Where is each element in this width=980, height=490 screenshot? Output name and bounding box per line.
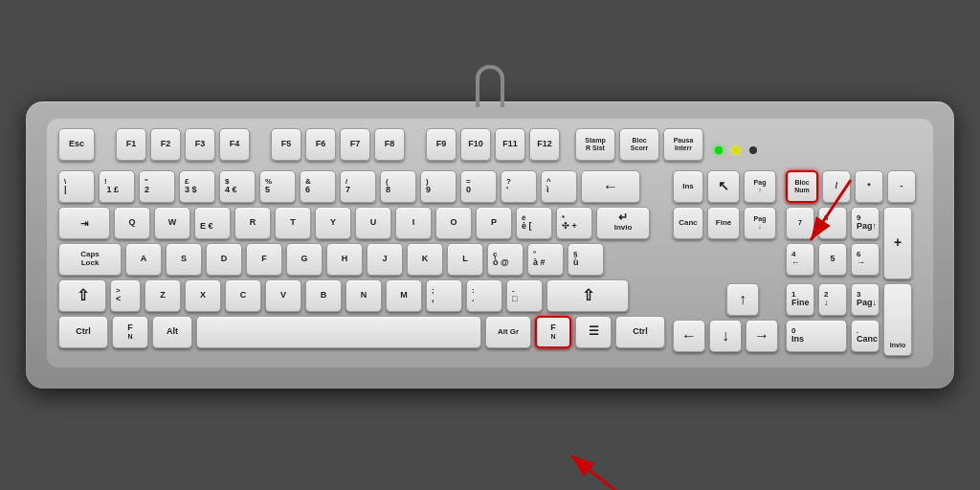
- key-s[interactable]: S: [166, 243, 202, 276]
- key-4[interactable]: $4 €: [219, 170, 256, 203]
- key-f2[interactable]: F2: [150, 128, 181, 161]
- key-f6[interactable]: F6: [305, 128, 336, 161]
- key-f8[interactable]: F8: [374, 128, 405, 161]
- key-0[interactable]: =0: [460, 170, 497, 203]
- key-r[interactable]: R: [234, 207, 271, 239]
- key-arrow-down[interactable]: ↓: [709, 320, 742, 352]
- key-q[interactable]: Q: [114, 207, 150, 239]
- key-2[interactable]: "2: [139, 170, 175, 203]
- key-v[interactable]: V: [265, 279, 301, 312]
- key-f9[interactable]: F9: [426, 128, 457, 161]
- key-numpad-star[interactable]: *: [855, 170, 883, 203]
- key-1[interactable]: ! 1 £: [99, 170, 135, 203]
- key-9[interactable]: )9: [420, 170, 457, 203]
- key-backtick[interactable]: \|: [58, 170, 95, 203]
- key-f[interactable]: F: [246, 243, 282, 276]
- key-numdot[interactable]: .Canc: [851, 320, 880, 352]
- key-alt-left[interactable]: Alt: [152, 316, 192, 348]
- key-apos[interactable]: ?': [501, 170, 537, 203]
- key-arrow-right[interactable]: →: [746, 320, 778, 352]
- key-5[interactable]: %5: [259, 170, 296, 203]
- key-p[interactable]: P: [476, 207, 512, 239]
- key-pgdn[interactable]: Pag↓: [744, 207, 776, 239]
- key-u[interactable]: U: [355, 207, 391, 239]
- key-num1[interactable]: 1Fine: [786, 283, 814, 316]
- key-numpad-invio[interactable]: Invio: [883, 283, 912, 356]
- key-comma[interactable]: ;,: [426, 279, 462, 312]
- key-bloc-scorr[interactable]: Bloc Scorr: [619, 128, 659, 161]
- key-numpad-slash[interactable]: /: [822, 170, 851, 203]
- key-ctrl-right[interactable]: Ctrl: [615, 316, 665, 348]
- key-semicolon[interactable]: çò @: [487, 243, 523, 276]
- key-bloc-num[interactable]: BlocNum: [786, 170, 818, 203]
- key-numpad-minus[interactable]: -: [887, 170, 916, 203]
- key-d[interactable]: D: [206, 243, 242, 276]
- key-space[interactable]: [196, 316, 481, 348]
- key-num3[interactable]: 3Pag↓: [851, 283, 880, 316]
- key-e[interactable]: E €: [194, 207, 231, 239]
- key-arrow-up[interactable]: ↑: [726, 283, 759, 316]
- key-bracket-open[interactable]: éè [: [516, 207, 552, 239]
- key-angle[interactable]: ><: [110, 279, 141, 312]
- key-8[interactable]: (8: [380, 170, 416, 203]
- key-fn-right[interactable]: FN: [535, 316, 571, 348]
- key-slash[interactable]: -□: [506, 279, 543, 312]
- key-num7[interactable]: 7: [786, 207, 814, 239]
- key-j[interactable]: J: [367, 243, 403, 276]
- key-6[interactable]: &6: [300, 170, 336, 203]
- key-home[interactable]: ↖: [707, 170, 740, 203]
- key-quote[interactable]: °à #: [527, 243, 564, 276]
- key-ctrl-left[interactable]: Ctrl: [58, 316, 108, 348]
- key-f10[interactable]: F10: [460, 128, 491, 161]
- key-stamp[interactable]: Stamp R Sist: [575, 128, 615, 161]
- key-f11[interactable]: F11: [495, 128, 525, 161]
- key-caret[interactable]: ^ì: [541, 170, 577, 203]
- key-f7[interactable]: F7: [340, 128, 370, 161]
- key-7[interactable]: /7: [340, 170, 376, 203]
- key-3[interactable]: £3 $: [179, 170, 215, 203]
- key-m[interactable]: M: [386, 279, 422, 312]
- key-menu[interactable]: ☰: [575, 316, 612, 348]
- key-f12[interactable]: F12: [529, 128, 560, 161]
- key-ins[interactable]: Ins: [673, 170, 703, 203]
- key-c[interactable]: C: [225, 279, 261, 312]
- key-num2[interactable]: 2↓: [818, 283, 847, 316]
- key-f1[interactable]: F1: [116, 128, 146, 161]
- key-caps-lock[interactable]: Caps Lock: [58, 243, 122, 276]
- key-o[interactable]: O: [435, 207, 472, 239]
- key-z[interactable]: Z: [145, 279, 181, 312]
- key-pausa[interactable]: Pausa Interr: [663, 128, 703, 161]
- key-x[interactable]: X: [185, 279, 221, 312]
- key-canc[interactable]: Canc: [673, 207, 703, 239]
- key-hash[interactable]: §ù: [568, 243, 604, 276]
- key-num8[interactable]: 8↑: [818, 207, 847, 239]
- key-y[interactable]: Y: [315, 207, 351, 239]
- key-num6[interactable]: 6→: [851, 243, 880, 276]
- key-f4[interactable]: F4: [219, 128, 250, 161]
- key-altgr[interactable]: Alt Gr: [485, 316, 531, 348]
- key-f5[interactable]: F5: [271, 128, 301, 161]
- key-g[interactable]: G: [286, 243, 323, 276]
- key-num5[interactable]: 5: [818, 243, 847, 276]
- key-pgup[interactable]: Pag↑: [744, 170, 776, 203]
- key-fn-left[interactable]: FN: [112, 316, 148, 348]
- key-invio[interactable]: ↵ Invio: [596, 207, 650, 239]
- key-i[interactable]: I: [395, 207, 432, 239]
- key-t[interactable]: T: [275, 207, 311, 239]
- key-num0[interactable]: 0Ins: [786, 320, 847, 352]
- key-bracket-close[interactable]: *✣ +: [556, 207, 592, 239]
- key-num4[interactable]: 4←: [786, 243, 814, 276]
- key-h[interactable]: H: [326, 243, 363, 276]
- key-arrow-left[interactable]: ←: [673, 320, 705, 352]
- key-shift-right[interactable]: ⇧: [546, 279, 629, 312]
- key-n[interactable]: N: [345, 279, 382, 312]
- key-backspace[interactable]: ←: [581, 170, 640, 203]
- key-a[interactable]: A: [125, 243, 162, 276]
- key-num9[interactable]: 9Pag↑: [851, 207, 880, 239]
- key-k[interactable]: K: [407, 243, 443, 276]
- key-shift-left[interactable]: ⇧: [58, 279, 106, 312]
- key-f3[interactable]: F3: [185, 128, 215, 161]
- key-period[interactable]: :.: [466, 279, 502, 312]
- key-w[interactable]: W: [154, 207, 190, 239]
- key-numpad-plus[interactable]: +: [883, 207, 912, 279]
